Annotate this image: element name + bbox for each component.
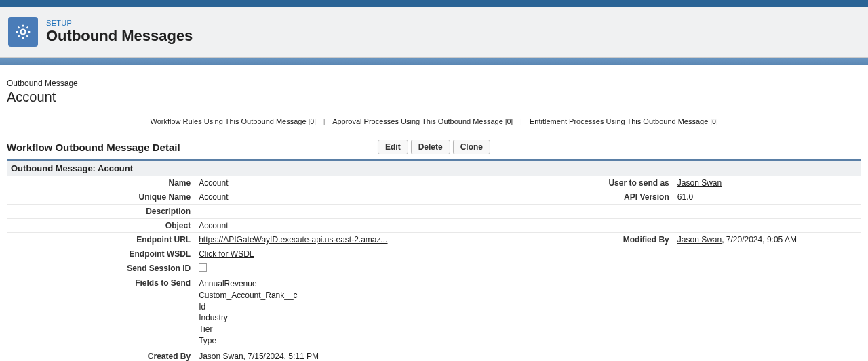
link-modified-by-user[interactable]: Jason Swan [677,235,722,245]
link-created-by-user[interactable]: Jason Swan [199,352,243,361]
setup-label: SETUP [46,19,193,27]
field-item: Id [199,301,532,313]
field-item: Tier [199,324,532,335]
label-endpoint-wsdl: Endpoint WSDL [7,247,195,261]
pattern-band [0,57,868,65]
value-object: Account [195,219,536,233]
value-api-version: 61.0 [673,190,861,205]
value-endpoint-wsdl: Click for WSDL [195,247,536,261]
top-button-bar: Edit Delete Clone [378,140,490,154]
link-endpoint-url[interactable]: https://APIGateWayID.execute-api.us-east… [199,235,387,245]
link-approval-processes[interactable]: Approval Processes Using This Outbound M… [332,117,513,125]
label-endpoint-url: Endpoint URL [7,233,195,247]
label-object: Object [7,219,195,233]
value-name: Account [195,176,536,190]
link-workflow-rules[interactable]: Workflow Rules Using This Outbound Messa… [150,117,315,125]
detail-section-bar: Outbound Message: Account [7,159,861,176]
edit-button[interactable]: Edit [378,140,408,154]
modified-by-date: , 7/20/2024, 9:05 AM [722,235,797,245]
value-user-to-send-as: Jason Swan [673,176,861,190]
breadcrumb-type: Outbound Message [7,79,861,88]
field-item: Custom_Account_Rank__c [199,290,532,301]
gear-icon [8,17,38,47]
page-header: SETUP Outbound Messages [0,7,868,57]
clone-button[interactable]: Clone [453,140,490,154]
value-fields-to-send: AnnualRevenue Custom_Account_Rank__c Id … [195,276,536,349]
page-title: Outbound Messages [46,27,193,45]
created-by-date: , 7/15/2024, 5:11 PM [243,352,319,361]
value-send-session-id [195,261,536,276]
label-description: Description [7,205,195,219]
label-user-to-send-as: User to send as [536,176,673,190]
field-item: Industry [199,312,532,324]
value-endpoint-url: https://APIGateWayID.execute-api.us-east… [195,233,536,247]
value-created-by: Jason Swan, 7/15/2024, 5:11 PM [195,349,536,361]
value-unique-name: Account [195,190,536,205]
label-send-session-id: Send Session ID [7,261,195,276]
link-entitlement-processes[interactable]: Entitlement Processes Using This Outboun… [530,117,718,125]
section-title: Workflow Outbound Message Detail [7,142,180,153]
link-user-to-send-as[interactable]: Jason Swan [677,178,722,188]
detail-table: Name Account User to send as Jason Swan … [7,176,861,361]
delete-button[interactable]: Delete [411,140,450,154]
label-fields-to-send: Fields to Send [7,276,195,349]
label-created-by: Created By [7,349,195,361]
field-item: AnnualRevenue [199,278,532,290]
record-name: Account [7,89,861,105]
svg-point-0 [21,30,26,35]
top-accent-bar [0,0,868,7]
label-modified-by: Modified By [536,233,673,247]
section-header: Workflow Outbound Message Detail Edit De… [7,137,861,156]
field-item: Type [199,335,532,347]
related-links-bar: Workflow Rules Using This Outbound Messa… [7,117,861,125]
checkbox-send-session-id [199,263,207,272]
label-unique-name: Unique Name [7,190,195,205]
value-description [195,205,536,219]
value-modified-by: Jason Swan, 7/20/2024, 9:05 AM [673,233,861,247]
link-wsdl[interactable]: Click for WSDL [199,249,254,259]
content-area: Outbound Message Account Workflow Rules … [0,65,868,361]
label-api-version: API Version [536,190,673,205]
label-name: Name [7,176,195,190]
